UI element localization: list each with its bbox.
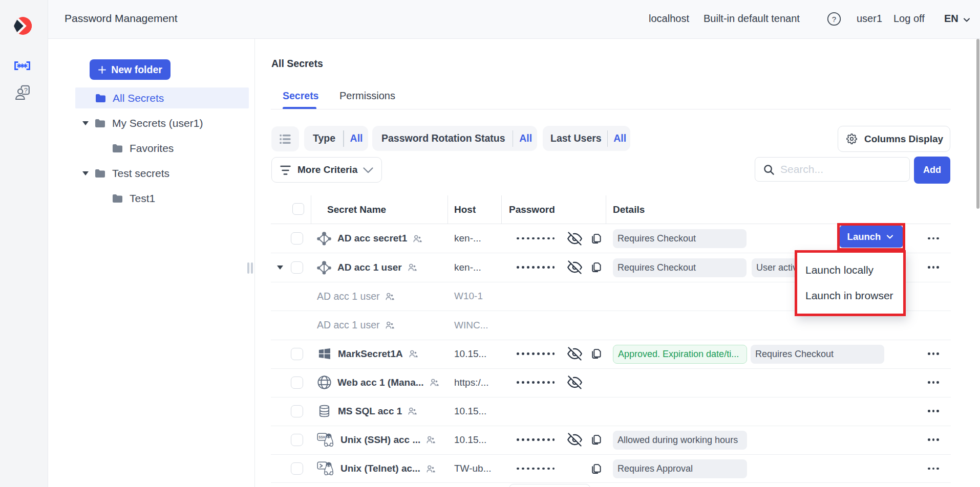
svg-text:?: ? [832,15,836,24]
svg-text:?: ? [24,86,28,94]
